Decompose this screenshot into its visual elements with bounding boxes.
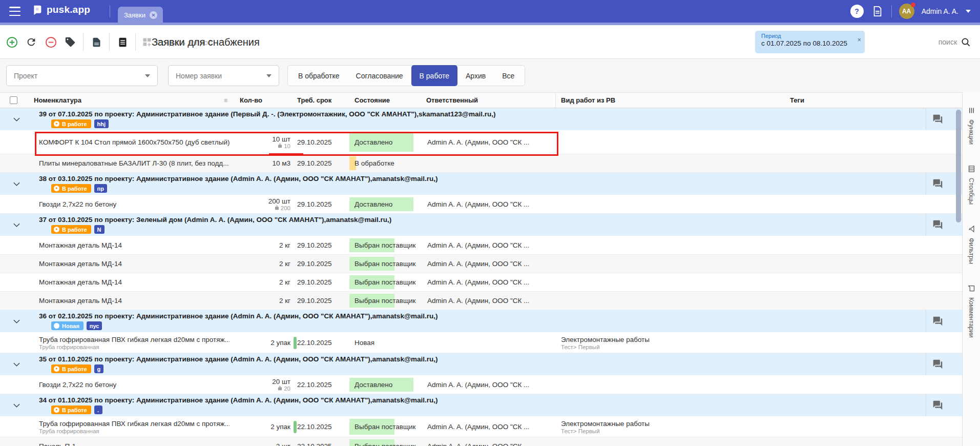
status-tab-В работе[interactable]: В работе (411, 65, 457, 86)
search-icon (961, 37, 971, 47)
add-circle-icon[interactable] (5, 35, 18, 49)
item-qty-cell: 2 кг (230, 278, 292, 286)
column-menu-icon[interactable]: ≡ (224, 97, 227, 104)
item-responsible: Admin A. A. (Админ, ООО "СК ... (421, 241, 556, 249)
group-row-37[interactable]: 37 от 03.10.2025 по проекту: Зеленый дом… (0, 214, 962, 236)
tab-close-icon[interactable]: ✕ (150, 11, 157, 19)
brand[interactable]: pusk.app (32, 4, 90, 15)
item-due-date: 22.10.2025 (292, 381, 349, 389)
status-tabs: В обработкеСогласованиеВ работеАрхивВсе (287, 65, 525, 86)
side-panel-item-Столбцы[interactable]: Столбцы (968, 165, 975, 205)
group-row-39[interactable]: 39 от 07.10.2025 по проекту: Администрат… (0, 108, 962, 131)
group-chat-cell (926, 353, 962, 375)
group-collapse-chevron-icon[interactable] (13, 317, 20, 326)
chat-icon[interactable] (932, 359, 943, 370)
user-avatar[interactable]: AA (899, 4, 914, 19)
tag-icon[interactable] (64, 35, 77, 49)
item-name: Плиты минераловатные БАЗАЛИТ Л-30 (8 пли… (39, 159, 230, 167)
help-icon[interactable]: ? (850, 5, 864, 18)
item-row[interactable]: Панель П-12 шт22.10.2025Выбран поставщик… (0, 437, 962, 446)
item-qty-reserved: 20 (230, 386, 290, 392)
status-tab-Согласование[interactable]: Согласование (348, 67, 411, 84)
item-status: Выбран поставщик (349, 297, 416, 305)
notification-dot (911, 3, 915, 7)
project-select[interactable]: Проект (6, 65, 158, 86)
document-lines-icon[interactable] (116, 35, 129, 49)
stock-lock-icon (278, 386, 282, 392)
status-tab-В обработке[interactable]: В обработке (290, 67, 348, 84)
search-label: поиск (939, 38, 957, 46)
period-filter-chip[interactable]: Период с 01.07.2025 по 08.10.2025 × (755, 31, 865, 53)
group-collapse-chevron-icon[interactable] (13, 220, 20, 230)
refresh-icon[interactable] (25, 35, 38, 49)
chat-icon[interactable] (932, 316, 943, 327)
user-menu-caret-icon[interactable] (966, 10, 971, 13)
group-badges: Новаяпус (51, 321, 926, 330)
search-control[interactable]: поиск (939, 25, 971, 59)
vertical-scrollbar-thumb[interactable] (956, 110, 961, 222)
topbar-divider (110, 5, 110, 17)
item-row[interactable]: Монтажная деталь МД-142 кг29.10.2025Выбр… (0, 255, 962, 273)
chat-icon[interactable] (932, 114, 943, 125)
item-row[interactable]: Гвозди 2,7х22 по бетону20 шт2022.10.2025… (0, 376, 962, 394)
item-name: Гвозди 2,7х22 по бетону (39, 200, 230, 208)
item-due-date: 29.10.2025 (292, 159, 349, 167)
group-collapse-chevron-icon[interactable] (13, 179, 20, 189)
period-clear-icon[interactable]: × (857, 36, 861, 44)
item-status: Выбран поставщик (349, 442, 416, 446)
document-outline-icon[interactable] (90, 35, 103, 49)
qty-indicator-bar (294, 421, 297, 433)
status-tab-Архив[interactable]: Архив (457, 67, 494, 84)
item-name: Панель П-1 (39, 442, 230, 446)
group-row-34[interactable]: 34 от 01.10.2025 по проекту: Администрат… (0, 394, 962, 417)
hamburger-menu-icon[interactable] (9, 7, 20, 16)
group-title: 36 от 02.10.2025 по проекту: Администрат… (39, 312, 926, 320)
item-status-cell: Выбран поставщик (349, 255, 421, 273)
item-qty: 2 упак (230, 423, 290, 431)
remove-circle-icon[interactable] (44, 35, 57, 49)
item-qty-cell: 2 кг (230, 241, 292, 249)
chat-icon[interactable] (932, 219, 943, 230)
item-row[interactable]: Монтажная деталь МД-142 кг29.10.2025Выбр… (0, 273, 962, 292)
chat-icon[interactable] (932, 400, 943, 411)
item-qty-cell: 200 шт200 (230, 197, 292, 211)
item-row[interactable]: Монтажная деталь МД-142 кг29.10.2025Выбр… (0, 292, 962, 310)
item-responsible: Admin A. A. (Админ, ООО "СК ... (421, 423, 556, 431)
item-row[interactable]: Монтажная деталь МД-142 кг29.10.2025Выбр… (0, 236, 962, 255)
user-name[interactable]: Admin A. A. (922, 7, 958, 15)
group-collapse-chevron-icon[interactable] (13, 401, 20, 410)
item-name-cell: Монтажная деталь МД-14 (29, 278, 230, 286)
item-row[interactable]: Труба гофрированная ПВХ гибкая легкая d2… (0, 417, 962, 437)
item-row[interactable]: Плиты минераловатные БАЗАЛИТ Л-30 (8 пли… (0, 154, 962, 173)
group-collapse-chevron-icon[interactable] (13, 360, 20, 369)
group-badges: В работе. (51, 406, 926, 414)
group-status-badge: В работе (51, 119, 91, 128)
side-panel-item-Комментарии[interactable]: Комментарии (968, 285, 975, 338)
group-collapse-chevron-icon[interactable] (13, 115, 20, 124)
item-work-type: Электромонтажные работы (561, 336, 785, 343)
item-row[interactable]: Гвозди 2,7х22 по бетону200 шт20029.10.20… (0, 195, 962, 214)
item-work-subtitle: Тест> Первый (561, 428, 785, 434)
chat-icon[interactable] (932, 178, 943, 189)
document-icon[interactable] (871, 5, 884, 18)
brand-name: pusk.app (47, 4, 90, 15)
item-row[interactable]: КОМФОРТ К 104 Стол прямой 1600х750х750 (… (0, 131, 962, 154)
table-body: 39 от 07.10.2025 по проекту: Администрат… (0, 108, 962, 446)
group-row-35[interactable]: 35 от 01.10.2025 по проекту: Администрат… (0, 353, 962, 376)
item-name-cell: Плиты минераловатные БАЗАЛИТ Л-30 (8 пли… (29, 159, 230, 167)
group-row-36[interactable]: 36 от 02.10.2025 по проекту: Администрат… (0, 310, 962, 333)
item-row[interactable]: Труба гофрированная ПВХ гибкая легкая d2… (0, 333, 962, 353)
item-qty: 200 шт (230, 197, 290, 205)
item-qty-reserved-value: 200 (281, 205, 290, 211)
item-qty: 2 кг (230, 297, 290, 305)
status-tab-Все[interactable]: Все (494, 67, 523, 84)
play-circle-icon (54, 366, 59, 372)
toolbar-separator (109, 33, 110, 51)
group-row-38[interactable]: 38 от 03.10.2025 по проекту: Администрат… (0, 173, 962, 195)
side-panel-item-Фильтры[interactable]: Фильтры (968, 225, 975, 264)
column-header-qty: Кол-во (230, 96, 292, 104)
select-all-checkbox[interactable] (10, 96, 17, 104)
request-number-select[interactable]: Номер заявки (168, 65, 279, 86)
item-status: Выбран поставщик (349, 241, 416, 249)
side-panel-item-Функции[interactable]: Функции (968, 107, 975, 145)
